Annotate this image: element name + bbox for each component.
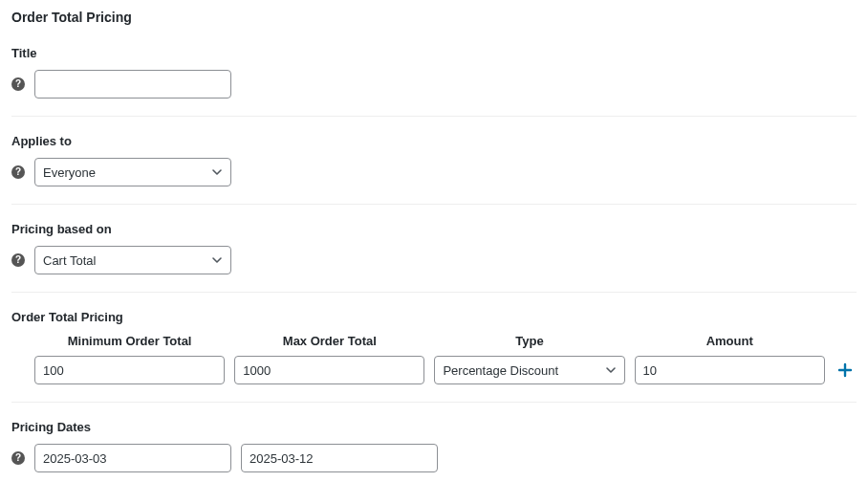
date-from-input[interactable]: [34, 444, 231, 472]
applies-to-label: Applies to: [11, 134, 857, 148]
page-title: Order Total Pricing: [11, 10, 857, 25]
help-icon[interactable]: ?: [11, 77, 25, 91]
pricing-based-on-label: Pricing based on: [11, 222, 857, 236]
help-icon[interactable]: ?: [11, 165, 25, 179]
col-min-header: Minimum Order Total: [34, 334, 225, 348]
help-icon[interactable]: ?: [11, 253, 25, 267]
title-input[interactable]: [34, 70, 231, 99]
order-total-pricing-label: Order Total Pricing: [11, 310, 857, 324]
type-select[interactable]: Percentage Discount: [434, 356, 624, 384]
section-pricing-based-on: Pricing based on ? Cart Total: [11, 222, 857, 293]
section-pricing-dates: Pricing Dates ?: [11, 420, 857, 482]
chevron-down-icon: [211, 254, 223, 266]
add-row-button[interactable]: [835, 360, 856, 381]
title-label: Title: [11, 46, 857, 60]
col-max-header: Max Order Total: [234, 334, 424, 348]
max-order-total-input[interactable]: [234, 356, 424, 384]
section-title: Title ?: [11, 46, 857, 117]
section-order-total-pricing: Order Total Pricing Minimum Order Total …: [11, 310, 857, 403]
table-row: Percentage Discount: [11, 356, 857, 384]
pricing-based-on-select[interactable]: Cart Total: [34, 246, 231, 274]
applies-to-value: Everyone: [43, 165, 204, 180]
plus-icon: [837, 362, 853, 378]
min-order-total-input[interactable]: [34, 356, 225, 384]
type-value: Percentage Discount: [443, 363, 597, 378]
col-type-header: Type: [434, 334, 624, 348]
date-to-input[interactable]: [241, 444, 438, 472]
pricing-based-on-value: Cart Total: [43, 253, 204, 268]
applies-to-select[interactable]: Everyone: [34, 158, 231, 186]
col-amount-header: Amount: [635, 334, 825, 348]
section-applies-to: Applies to ? Everyone: [11, 134, 857, 205]
amount-input[interactable]: [635, 356, 825, 384]
help-icon[interactable]: ?: [11, 451, 25, 465]
pricing-dates-label: Pricing Dates: [11, 420, 857, 434]
chevron-down-icon: [605, 364, 617, 376]
chevron-down-icon: [211, 166, 223, 178]
